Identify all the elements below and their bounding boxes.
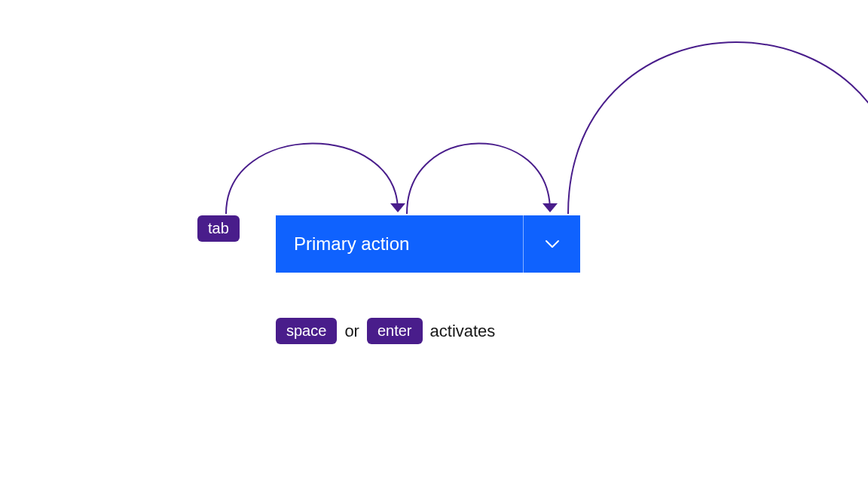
split-button-group: Primary action bbox=[276, 215, 580, 273]
dropdown-toggle-button[interactable] bbox=[523, 215, 580, 273]
enter-key-label: enter bbox=[377, 322, 412, 339]
space-key-badge: space bbox=[276, 318, 337, 344]
primary-action-label: Primary action bbox=[294, 233, 409, 255]
activates-text: activates bbox=[430, 322, 496, 341]
chevron-down-icon bbox=[545, 239, 560, 249]
tab-key-badge: tab bbox=[197, 215, 240, 242]
activation-instructions: space or enter activates bbox=[276, 318, 495, 344]
tab-key-label: tab bbox=[208, 220, 229, 236]
primary-action-button[interactable]: Primary action bbox=[276, 215, 523, 273]
enter-key-badge: enter bbox=[367, 318, 423, 344]
or-connector: or bbox=[344, 322, 359, 341]
space-key-label: space bbox=[286, 322, 326, 339]
